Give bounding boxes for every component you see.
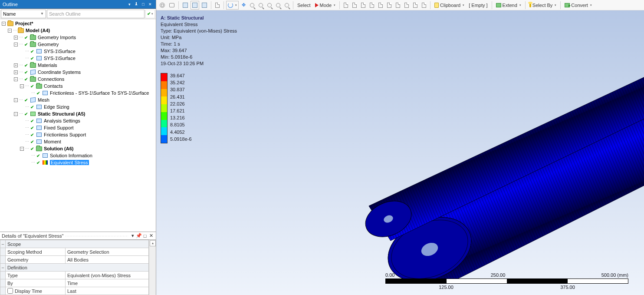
row-scoping-method[interactable]: Scoping MethodGeometry Selection — [0, 248, 149, 256]
row-by[interactable]: ByTime — [0, 279, 149, 287]
tree-edge-sizing[interactable]: ⋯✔Edge Sizing — [1, 103, 156, 110]
tree-geom-imports[interactable]: +⋯✔Geometry Imports — [1, 34, 156, 41]
details-header: Details of "Equivalent Stress" ∙∙∙∙∙∙∙∙∙… — [0, 232, 156, 240]
page-icon — [422, 3, 426, 8]
section-definition[interactable]: −Definition — [0, 264, 149, 272]
zoom-all-button[interactable] — [274, 1, 282, 10]
overlay-line: Equivalent Stress — [161, 21, 237, 28]
select-body[interactable] — [368, 1, 376, 10]
filter-options-button[interactable]: ✔▾ — [145, 10, 155, 18]
check-icon: ✔ — [23, 63, 29, 68]
wireframe-button[interactable] — [200, 1, 209, 10]
tree-moment[interactable]: ⋯✔Moment — [1, 138, 156, 145]
tree-frictionless-contact[interactable]: ⋯✔Frictionless - SYS-1\Surface To SYS-1\… — [1, 89, 156, 96]
tree-connections[interactable]: −⋯✔Connections — [1, 76, 156, 83]
tree-equivalent-stress[interactable]: ⋯✔Equivalent Stress — [1, 159, 156, 166]
magnify-icon — [267, 3, 272, 7]
close-icon[interactable]: ✕ — [147, 1, 153, 7]
maximize-icon[interactable]: □ — [140, 1, 146, 7]
selectby-menu[interactable]: Select By▾ — [528, 1, 558, 10]
maximize-icon[interactable]: □ — [142, 233, 148, 239]
convert-menu[interactable]: Convert▾ — [563, 1, 594, 10]
dropdown-icon[interactable]: ▾ — [130, 233, 136, 239]
section-button[interactable] — [214, 1, 221, 10]
tree-surface-1[interactable]: ⋯✔SYS-1\Surface — [1, 48, 156, 55]
select-elemface[interactable] — [394, 1, 402, 10]
filter-field-combo[interactable]: Name ▼ — [1, 10, 46, 18]
scroll-up-icon[interactable]: ▴ — [150, 240, 156, 246]
check-icon: ✔ — [36, 90, 41, 96]
row-type[interactable]: TypeEquivalent (von-Mises) Stress — [0, 272, 149, 279]
overlay-line: Max: 39.647 — [161, 47, 237, 54]
tree-geometry[interactable]: −⋯✔Geometry — [1, 41, 156, 48]
tree-materials[interactable]: +⋯✔Materials — [1, 62, 156, 69]
pin-icon — [529, 3, 531, 7]
extend-icon — [496, 3, 501, 7]
check-icon: ✔ — [23, 111, 29, 116]
zoom-box-button[interactable] — [266, 1, 273, 10]
tree-frictionless-support[interactable]: ⋯✔Frictionless Support — [1, 131, 156, 138]
search-input[interactable] — [47, 10, 145, 18]
tree-fixed-support[interactable]: ⋯✔Fixed Support — [1, 124, 156, 131]
select-misc3[interactable] — [420, 1, 428, 10]
section-scope[interactable]: −Scope — [0, 240, 149, 248]
select-edge[interactable] — [351, 1, 358, 10]
zoom-fit-button[interactable] — [158, 1, 167, 10]
tree-coord[interactable]: +⋯✔Coordinate Systems — [1, 69, 156, 76]
close-icon[interactable]: ✕ — [148, 233, 154, 239]
header-dots: ∙∙∙∙∙∙∙∙∙∙∙∙∙∙∙∙∙∙∙∙∙∙∙∙∙∙∙∙∙∙∙∙∙∙∙∙∙∙∙∙… — [65, 234, 128, 238]
clipboard-menu[interactable]: Clipboard▾ — [433, 1, 466, 10]
select-label: Select — [296, 1, 312, 10]
pin-icon[interactable]: 📌 — [136, 233, 142, 239]
iso-view-button[interactable] — [181, 1, 190, 10]
display-time-checkbox[interactable] — [7, 288, 13, 294]
cube-icon — [183, 3, 188, 8]
dropdown-icon[interactable]: ▾ — [126, 1, 132, 7]
mode-menu[interactable]: Mode▾ — [313, 1, 338, 10]
tree-analysis-settings[interactable]: ⋯✔Analysis Settings — [1, 117, 156, 124]
select-misc1[interactable] — [403, 1, 411, 10]
tree-contacts[interactable]: −⋯✔Contacts — [1, 83, 156, 89]
check-icon: ✔ — [30, 139, 35, 144]
check-icon: ✔ — [147, 11, 151, 16]
zoom-prev-button[interactable] — [283, 1, 291, 10]
legend-value: 5.0918e-6 — [170, 136, 192, 143]
pan-button[interactable]: ✥ — [240, 1, 247, 10]
legend-value: 39.647 — [170, 73, 192, 80]
chevron-down-icon: ▼ — [40, 12, 44, 16]
shaded-button[interactable] — [191, 1, 199, 10]
check-icon: ✔ — [30, 49, 35, 54]
zoom-window-button[interactable] — [168, 1, 176, 10]
select-face[interactable] — [359, 1, 367, 10]
outline-panel-header: Outline ▾ □ ✕ — [0, 0, 156, 9]
pin-icon[interactable] — [133, 1, 139, 7]
select-node[interactable] — [377, 1, 384, 10]
rotate-button[interactable]: ▾ — [226, 1, 239, 10]
details-scrollbar[interactable]: ▴ — [149, 240, 156, 295]
tree-solution-info[interactable]: ⋯✔Solution Information — [1, 152, 156, 159]
select-misc2[interactable] — [411, 1, 419, 10]
tree-project[interactable]: −Project* — [1, 20, 156, 27]
tree-model[interactable]: −⋯Model (A4) — [1, 27, 156, 34]
check-icon: ✔ — [23, 76, 29, 82]
extend-menu[interactable]: Extend▾ — [494, 1, 523, 10]
check-icon: ✔ — [30, 132, 35, 137]
tree-surface-2[interactable]: ⋯✔SYS-1\Surface — [1, 55, 156, 62]
page-icon — [352, 3, 357, 8]
check-icon: ✔ — [23, 42, 29, 47]
select-vertex[interactable] — [342, 1, 350, 10]
tree-static[interactable]: −⋯✔Static Structural (A5) — [1, 110, 156, 117]
tree-mesh[interactable]: −⋯✔Mesh — [1, 96, 156, 103]
zoom-out-button[interactable] — [257, 1, 265, 10]
check-icon: ✔ — [23, 97, 29, 103]
row-display-time[interactable]: Display TimeLast — [0, 287, 149, 295]
check-icon: ✔ — [30, 118, 35, 123]
tree-solution[interactable]: −⋯✔Solution (A6) — [1, 145, 156, 152]
select-element[interactable] — [385, 1, 393, 10]
zoom-in-button[interactable] — [248, 1, 256, 10]
graphics-viewport[interactable]: A: Static Structural Equivalent Stress T… — [156, 10, 644, 295]
legend-value: 17.621 — [170, 108, 192, 115]
row-geometry[interactable]: GeometryAll Bodies — [0, 256, 149, 264]
outline-tree[interactable]: −Project* −⋯Model (A4) +⋯✔Geometry Impor… — [0, 19, 156, 232]
check-icon: ✔ — [30, 125, 35, 130]
